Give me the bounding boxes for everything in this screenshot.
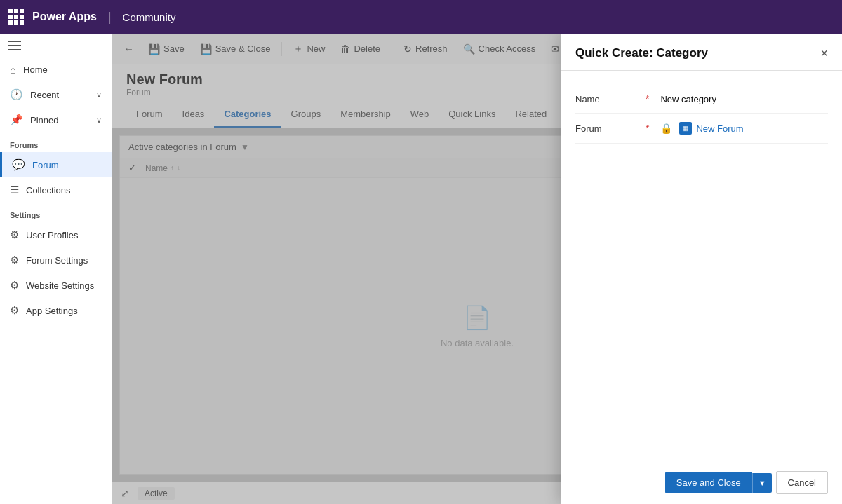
qc-name-label: Name xyxy=(575,94,639,104)
brand-separator: | xyxy=(108,10,112,25)
quick-create-close-button[interactable]: × xyxy=(820,47,828,60)
forum-icon: 💬 xyxy=(12,158,25,171)
qc-forum-link[interactable]: ▦ New Forum xyxy=(679,122,828,135)
qc-forum-value: ▦ New Forum xyxy=(679,122,828,135)
sidebar: ⌂ Home 🕐 Recent ∨ 📌 Pinned ∨ Forums 💬 Fo… xyxy=(0,34,112,504)
sidebar-forum-label: Forum xyxy=(32,160,102,170)
qc-name-required: * xyxy=(646,93,649,104)
waffle-menu[interactable] xyxy=(8,9,24,25)
forums-section-label: Forums xyxy=(0,132,112,152)
sidebar-item-website-settings[interactable]: ⚙ Website Settings xyxy=(0,273,112,298)
pinned-icon: 📌 xyxy=(10,114,23,126)
qc-forum-required: * xyxy=(646,123,649,134)
content-area: ← 💾 Save 💾 Save & Close ＋ New 🗑 Delete ↻ xyxy=(112,34,842,504)
collections-icon: ☰ xyxy=(10,184,19,196)
recent-expand-icon[interactable]: ∨ xyxy=(96,90,102,100)
sidebar-forum-settings-label: Forum Settings xyxy=(26,255,102,266)
qc-forum-link-label: New Forum xyxy=(696,123,743,134)
sidebar-pinned-label: Pinned xyxy=(30,115,89,125)
quick-create-title: Quick Create: Category xyxy=(575,46,708,60)
qc-field-forum: Forum * 🔒 ▦ New Forum xyxy=(575,114,828,144)
recent-icon: 🕐 xyxy=(10,88,23,101)
sidebar-item-pinned[interactable]: 📌 Pinned ∨ xyxy=(0,107,112,132)
qc-forum-link-icon: ▦ xyxy=(679,122,692,135)
main-layout: ⌂ Home 🕐 Recent ∨ 📌 Pinned ∨ Forums 💬 Fo… xyxy=(0,34,842,504)
lock-icon: 🔒 xyxy=(660,123,672,134)
sidebar-item-home[interactable]: ⌂ Home xyxy=(0,57,112,82)
forum-settings-icon: ⚙ xyxy=(10,254,19,266)
sidebar-recent-label: Recent xyxy=(30,90,89,100)
sidebar-website-settings-label: Website Settings xyxy=(26,280,102,291)
website-settings-icon: ⚙ xyxy=(10,279,19,292)
sidebar-item-forum[interactable]: 💬 Forum xyxy=(0,152,112,177)
qc-field-name: Name * xyxy=(575,85,828,114)
qc-save-dropdown-button[interactable]: ▼ xyxy=(752,473,772,493)
qc-name-value[interactable] xyxy=(660,94,828,104)
quick-create-header: Quick Create: Category × xyxy=(561,34,842,71)
sidebar-user-profiles-label: User Profiles xyxy=(26,230,102,240)
sidebar-collections-label: Collections xyxy=(26,185,102,196)
sidebar-item-recent[interactable]: 🕐 Recent ∨ xyxy=(0,82,112,107)
qc-cancel-button[interactable]: Cancel xyxy=(776,471,828,494)
sidebar-app-settings-label: App Settings xyxy=(26,306,102,316)
sidebar-item-user-profiles[interactable]: ⚙ User Profiles xyxy=(0,222,112,247)
brand-name: Power Apps xyxy=(32,11,97,23)
sidebar-item-collections[interactable]: ☰ Collections xyxy=(0,177,112,203)
app-name: Community xyxy=(123,11,176,23)
user-profiles-icon: ⚙ xyxy=(10,229,19,241)
qc-name-input[interactable] xyxy=(660,94,828,104)
settings-section-label: Settings xyxy=(0,203,112,222)
quick-create-panel: Quick Create: Category × Name * Forum * … xyxy=(561,34,842,504)
quick-create-footer: Save and Close ▼ Cancel xyxy=(561,461,842,504)
sidebar-item-app-settings[interactable]: ⚙ App Settings xyxy=(0,298,112,323)
hamburger-button[interactable] xyxy=(0,34,112,57)
sidebar-item-forum-settings[interactable]: ⚙ Forum Settings xyxy=(0,247,112,273)
quick-create-body: Name * Forum * 🔒 ▦ New Forum xyxy=(561,71,842,461)
qc-forum-label: Forum xyxy=(575,123,639,134)
app-settings-icon: ⚙ xyxy=(10,304,19,317)
pinned-expand-icon[interactable]: ∨ xyxy=(96,116,102,125)
qc-save-close-button[interactable]: Save and Close xyxy=(665,472,752,493)
sidebar-home-label: Home xyxy=(23,64,102,75)
home-icon: ⌂ xyxy=(10,64,16,76)
top-bar: Power Apps | Community xyxy=(0,0,842,34)
